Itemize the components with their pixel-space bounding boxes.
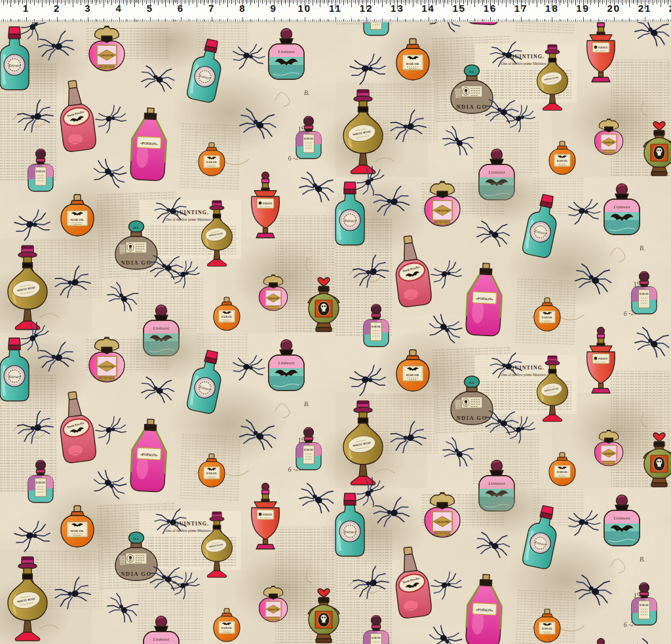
ruler-tick <box>521 17 522 22</box>
ruler-tick <box>482 19 483 22</box>
ruler-tick <box>3 0 4 5</box>
ruler-tick <box>270 0 271 4</box>
ruler-tick <box>668 19 668 22</box>
ruler-tick <box>246 0 247 4</box>
ruler-tick <box>42 0 43 7</box>
ruler-tick <box>26 17 27 22</box>
ruler-tick <box>150 17 151 22</box>
ruler-tick <box>429 17 429 22</box>
ruler-tick <box>320 18 320 22</box>
ruler-tick <box>173 0 174 5</box>
ruler-tick <box>366 0 367 9</box>
ruler-tick <box>645 0 645 9</box>
ruler-tick <box>506 0 507 7</box>
ruler-tick <box>664 0 665 4</box>
ruler-tick <box>397 0 398 9</box>
ruler-tick <box>313 0 313 5</box>
ruler-tick <box>297 19 297 22</box>
ruler-tick <box>436 19 436 22</box>
ruler-tick <box>266 19 267 22</box>
ruler-tick <box>444 0 444 7</box>
ruler-tick <box>397 17 398 22</box>
ruler-tick <box>467 19 468 22</box>
ruler-tick <box>594 0 595 4</box>
ruler-tick <box>34 19 35 22</box>
ruler-tick <box>529 19 529 22</box>
ruler-tick <box>104 0 104 7</box>
ruler-tick <box>14 0 15 4</box>
ruler-tick <box>448 0 448 4</box>
ruler-tick <box>7 0 8 4</box>
ruler-tick <box>336 0 336 9</box>
ruler-tick <box>173 19 174 22</box>
ruler-tick <box>637 19 638 22</box>
ruler-tick <box>104 18 104 22</box>
ruler-tick <box>413 0 413 7</box>
ruler-tick <box>668 0 668 5</box>
ruler-tick <box>332 0 332 4</box>
ruler-tick <box>451 19 452 22</box>
ruler-tick <box>216 0 216 4</box>
ruler-tick <box>455 0 456 4</box>
ruler-tick <box>502 0 503 4</box>
ruler-tick <box>382 0 383 7</box>
ruler-tick <box>564 0 564 4</box>
ruler-tick <box>513 0 514 5</box>
ruler-tick <box>297 0 297 5</box>
ruler-tick <box>201 0 201 4</box>
ruler-tick <box>107 0 108 4</box>
ruler-tick <box>134 0 135 7</box>
ruler-tick <box>305 0 305 9</box>
ruler-tick <box>258 0 259 7</box>
ruler-tick <box>274 0 275 9</box>
ruler-tick <box>220 19 220 22</box>
ruler-tick <box>541 0 541 4</box>
ruler-tick <box>73 18 73 22</box>
ruler-tick <box>73 0 73 7</box>
ruler-tick <box>197 0 197 7</box>
ruler-tick <box>444 18 444 22</box>
ruler-tick <box>204 0 204 5</box>
ruler-tick <box>185 0 185 4</box>
ruler-tick <box>657 0 657 4</box>
ruler-tick <box>374 0 375 5</box>
ruler-tick <box>478 0 479 4</box>
ruler-tick <box>34 0 35 5</box>
ruler-tick <box>181 0 182 9</box>
ruler-tick <box>641 0 642 4</box>
ruler-tick <box>583 17 584 22</box>
ruler-tick <box>629 0 630 7</box>
ruler-tick <box>235 19 236 22</box>
ruler-tick <box>18 19 19 22</box>
ruler-tick <box>560 19 560 22</box>
ruler-tick <box>405 0 406 5</box>
ruler-tick <box>374 19 375 22</box>
ruler-tick <box>587 0 588 4</box>
ruler-tick <box>552 0 552 9</box>
ruler-tick <box>618 0 619 4</box>
ruler-tick <box>46 0 47 4</box>
ruler-tick <box>386 0 387 4</box>
ruler-tick <box>362 0 363 4</box>
ruler-tick <box>432 0 433 4</box>
ruler-tick <box>421 19 421 22</box>
ruler-tick <box>189 0 189 5</box>
ruler-tick <box>486 0 487 4</box>
ruler-tick <box>42 18 43 22</box>
ruler-tick <box>223 0 224 4</box>
ruler-tick <box>150 0 151 9</box>
ruler-tick <box>18 0 19 5</box>
ruler-tick <box>440 0 440 4</box>
ruler-tick <box>242 0 243 9</box>
ruler-tick <box>490 17 491 22</box>
ruler-tick <box>529 0 529 5</box>
ruler-tick <box>633 0 634 4</box>
ruler-tick <box>181 17 182 22</box>
ruler-tick <box>266 0 267 5</box>
ruler-tick <box>278 0 278 4</box>
ruler-tick <box>96 19 96 22</box>
ruler-tick <box>567 0 568 7</box>
ruler-tick <box>26 0 27 9</box>
ruler-tick <box>212 0 212 9</box>
ruler-tick <box>537 18 537 22</box>
